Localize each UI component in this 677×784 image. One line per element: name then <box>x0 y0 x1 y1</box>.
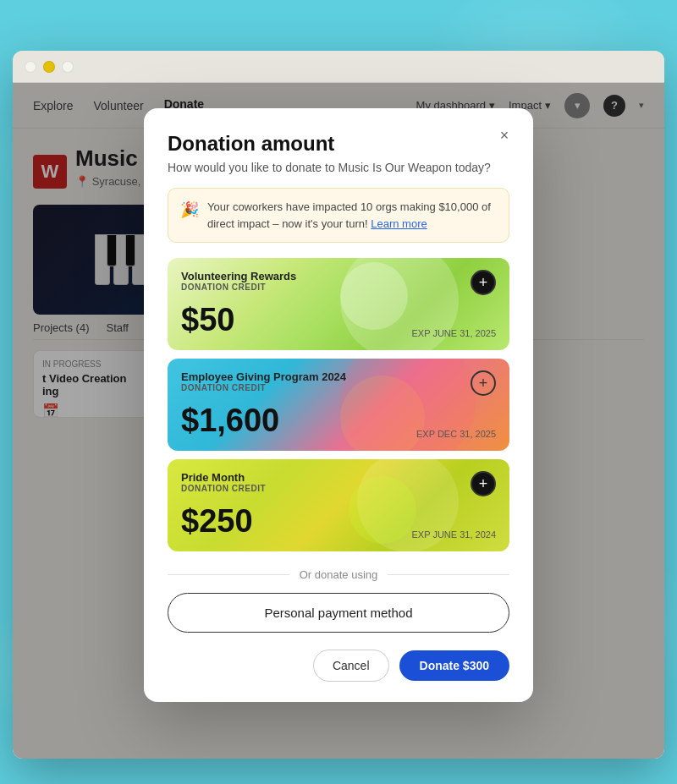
card-info: Pride Month DONATION CREDIT <box>181 471 266 493</box>
card-expiry-1: EXP JUNE 31, 2025 <box>412 328 496 338</box>
browser-titlebar <box>13 51 664 83</box>
modal-overlay: × Donation amount How would you like to … <box>13 83 664 759</box>
card-header: Volunteering Rewards DONATION CREDIT + <box>181 270 496 295</box>
minimize-window-button[interactable] <box>43 61 55 73</box>
card-header: Pride Month DONATION CREDIT + <box>181 471 496 496</box>
card-expiry-3: EXP JUNE 31, 2024 <box>412 529 496 540</box>
modal-title: Donation amount <box>168 132 509 156</box>
or-divider-text: Or donate using <box>300 568 378 581</box>
modal-subtitle: How would you like to donate to Music Is… <box>168 161 509 174</box>
card-info: Volunteering Rewards DONATION CREDIT <box>181 270 296 292</box>
card-info: Employee Giving Program 2024 DONATION CR… <box>181 370 346 392</box>
learn-more-link[interactable]: Learn more <box>371 217 427 230</box>
info-text: Your coworkers have impacted 10 orgs mak… <box>207 199 497 232</box>
card-title: Pride Month <box>181 471 266 484</box>
donation-modal: × Donation amount How would you like to … <box>144 108 533 702</box>
card-header: Employee Giving Program 2024 DONATION CR… <box>181 370 496 396</box>
modal-footer: Cancel Donate $300 <box>168 650 509 682</box>
donate-button[interactable]: Donate $300 <box>399 650 509 681</box>
close-window-button[interactable] <box>25 61 36 73</box>
credit-card-employee[interactable]: Employee Giving Program 2024 DONATION CR… <box>168 359 509 451</box>
website-background: Explore Volunteer Donate My dashboard ▾ … <box>13 83 664 759</box>
card-subtitle: DONATION CREDIT <box>181 383 346 392</box>
credit-card-pride[interactable]: Pride Month DONATION CREDIT + $250 EXP J… <box>168 459 509 551</box>
cancel-button[interactable]: Cancel <box>313 650 389 682</box>
personal-payment-button[interactable]: Personal payment method <box>168 593 509 633</box>
card-add-button-3[interactable]: + <box>471 471 496 496</box>
card-expiry-2: EXP DEC 31, 2025 <box>416 429 496 439</box>
credit-cards-list: Volunteering Rewards DONATION CREDIT + $… <box>168 258 509 551</box>
card-subtitle: DONATION CREDIT <box>181 282 296 292</box>
card-add-button-2[interactable]: + <box>471 370 496 396</box>
card-subtitle: DONATION CREDIT <box>181 484 266 493</box>
or-divider: Or donate using <box>168 568 509 581</box>
card-add-button-1[interactable]: + <box>471 270 496 295</box>
maximize-window-button[interactable] <box>62 61 74 73</box>
modal-close-button[interactable]: × <box>493 123 516 147</box>
card-title: Volunteering Rewards <box>181 270 296 282</box>
credit-card-volunteering[interactable]: Volunteering Rewards DONATION CREDIT + $… <box>168 258 509 350</box>
card-title: Employee Giving Program 2024 <box>181 370 346 383</box>
info-banner: 🎉 Your coworkers have impacted 10 orgs m… <box>168 188 509 243</box>
browser-window: Explore Volunteer Donate My dashboard ▾ … <box>13 51 664 759</box>
info-emoji: 🎉 <box>180 199 199 222</box>
